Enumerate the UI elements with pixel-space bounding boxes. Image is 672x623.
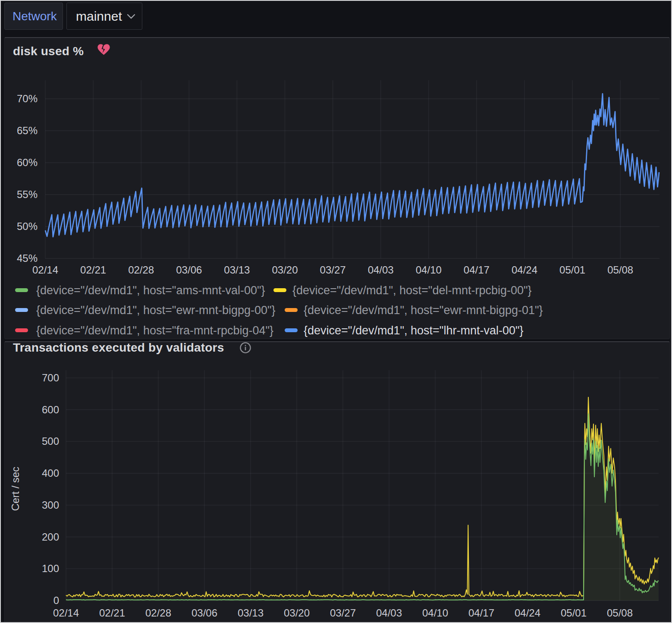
svg-text:05/08: 05/08 — [607, 607, 633, 619]
svg-text:02/21: 02/21 — [99, 607, 125, 619]
svg-text:65%: 65% — [17, 125, 38, 136]
svg-text:02/21: 02/21 — [80, 264, 106, 276]
svg-text:04/24: 04/24 — [512, 264, 537, 276]
svg-text:04/03: 04/03 — [376, 607, 402, 619]
svg-text:02/14: 02/14 — [53, 607, 79, 619]
svg-text:400: 400 — [42, 467, 59, 479]
svg-text:60%: 60% — [17, 157, 38, 168]
svg-text:04/17: 04/17 — [468, 607, 494, 619]
svg-text:600: 600 — [42, 404, 59, 415]
svg-text:45%: 45% — [17, 252, 38, 264]
svg-text:04/10: 04/10 — [422, 607, 448, 619]
svg-text:02/28: 02/28 — [128, 264, 154, 276]
svg-text:05/01: 05/01 — [561, 607, 587, 619]
svg-text:03/06: 03/06 — [176, 264, 202, 276]
svg-text:55%: 55% — [17, 189, 38, 200]
svg-text:04/10: 04/10 — [416, 264, 442, 276]
svg-text:03/06: 03/06 — [192, 607, 217, 619]
svg-text:04/17: 04/17 — [464, 264, 490, 276]
svg-text:05/08: 05/08 — [607, 264, 633, 276]
svg-text:03/13: 03/13 — [238, 607, 264, 619]
svg-text:500: 500 — [42, 435, 59, 447]
svg-text:03/20: 03/20 — [272, 264, 298, 276]
svg-text:0: 0 — [53, 595, 59, 606]
svg-text:03/13: 03/13 — [224, 264, 250, 276]
svg-text:700: 700 — [42, 372, 59, 384]
svg-text:04/24: 04/24 — [515, 607, 540, 619]
svg-text:05/01: 05/01 — [559, 264, 585, 276]
svg-text:03/27: 03/27 — [330, 607, 356, 619]
svg-text:04/03: 04/03 — [368, 264, 394, 276]
svg-text:03/27: 03/27 — [320, 264, 346, 276]
svg-text:70%: 70% — [17, 93, 38, 104]
svg-text:03/20: 03/20 — [284, 607, 310, 619]
svg-text:50%: 50% — [17, 220, 38, 232]
svg-text:02/28: 02/28 — [145, 607, 171, 619]
svg-text:100: 100 — [42, 563, 59, 574]
svg-text:02/14: 02/14 — [32, 264, 58, 276]
svg-text:Cert / sec: Cert / sec — [9, 467, 21, 511]
svg-text:200: 200 — [42, 531, 59, 543]
svg-text:300: 300 — [42, 499, 59, 511]
